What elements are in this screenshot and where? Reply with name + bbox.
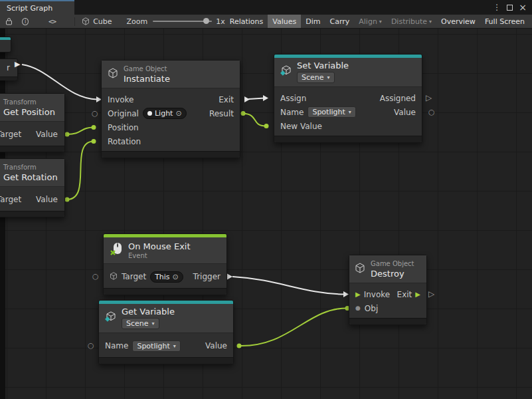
port-target-input-mouse[interactable]: ○	[92, 273, 99, 280]
object-picker-icon[interactable]: ⊙	[175, 110, 181, 117]
tab-title: Script Graph	[7, 4, 52, 13]
node-title: Get Rotation	[3, 173, 58, 182]
node-get-position[interactable]: Transform Get Position Target Value	[0, 93, 65, 152]
graph-toolbar: i <> Cube Zoom 1x Relations Values Dim C…	[0, 15, 532, 29]
light-icon	[147, 111, 152, 116]
zoom-slider[interactable]	[153, 21, 212, 22]
port-label-name[interactable]: Name	[105, 341, 128, 350]
port-label-original[interactable]: Original	[108, 109, 139, 118]
lock-icon[interactable]	[5, 17, 13, 25]
variable-scope-dropdown[interactable]: Scene ▾	[297, 72, 335, 83]
node-title: On Mouse Exit	[128, 242, 191, 251]
node-category: Transform	[3, 99, 55, 106]
zoom-slider-knob[interactable]	[203, 18, 209, 24]
port-label-exit[interactable]: Exit	[397, 290, 412, 299]
cube-icon	[110, 272, 118, 282]
port-label-invoke[interactable]: Invoke	[364, 290, 391, 299]
port-label-new-value[interactable]: New Value	[280, 122, 322, 131]
port-label-invoke[interactable]: Invoke	[108, 95, 134, 104]
port-name-input-getvar[interactable]: ○	[88, 342, 94, 349]
node-instantiate[interactable]: Game Object Instantiate Invoke Exit Orig…	[101, 60, 240, 158]
port-label-target[interactable]: Target	[122, 272, 146, 281]
variable-scope-dropdown[interactable]: Scene ▾	[122, 318, 159, 329]
mouse-icon	[110, 242, 123, 259]
port-label-obj[interactable]: Obj	[365, 304, 378, 313]
node-title: Destroy	[371, 269, 414, 278]
caret-down-icon: ▾	[379, 19, 382, 25]
overview-button[interactable]: Overview	[436, 15, 480, 28]
port-label-exit[interactable]: Exit	[219, 95, 234, 104]
code-icon[interactable]: <>	[48, 17, 56, 26]
flow-out-icon[interactable]: ▶	[415, 291, 420, 298]
carry-button[interactable]: Carry	[325, 15, 354, 28]
port-label-rotation[interactable]: Rotation	[108, 137, 141, 146]
node-category: Game Object	[124, 66, 170, 72]
port-label-target[interactable]: Target	[0, 195, 21, 204]
object-field-value: Light	[155, 109, 173, 118]
caret-down-icon: ▾	[173, 342, 176, 350]
distribute-button[interactable]: Distribute▾	[387, 15, 436, 28]
maximize-icon[interactable]	[507, 5, 513, 11]
values-button[interactable]: Values	[268, 15, 301, 28]
toolbar-separator	[74, 17, 75, 26]
close-icon[interactable]: ×	[519, 3, 527, 12]
port-label-result[interactable]: Result	[209, 109, 234, 118]
port-label-value[interactable]: Value	[36, 130, 58, 139]
dropdown-value: Scene	[126, 319, 149, 328]
dropdown-value: Spotlight	[312, 108, 345, 116]
port-fragment-exit[interactable]: ▶	[15, 61, 20, 68]
relations-button[interactable]: Relations	[225, 15, 268, 28]
object-field-this[interactable]: This ⊙	[150, 271, 183, 283]
port-label-assign[interactable]: Assign	[280, 94, 306, 103]
dim-button[interactable]: Dim	[301, 15, 325, 28]
node-title: Set Variable	[297, 61, 349, 70]
dropdown-value: Scene	[302, 73, 324, 82]
node-title: Get Variable	[122, 307, 175, 316]
node-set-variable[interactable]: Set Variable Scene ▾ Assign Assigned Nam…	[274, 54, 422, 143]
port-dot-icon: ●	[355, 305, 361, 311]
variable-icon	[105, 311, 116, 325]
port-label-position[interactable]: Position	[108, 123, 139, 132]
caret-down-icon: ▾	[349, 108, 351, 116]
carry-arrow-assigned: ▷	[426, 94, 432, 102]
node-get-rotation[interactable]: Transform Get Rotation Target Value	[0, 158, 65, 217]
tab-bar: Script Graph ⋮ ×	[0, 0, 532, 15]
unity-script-graph-window: Script Graph ⋮ × i <> Cube Zoom 1x Relat…	[0, 0, 532, 399]
port-label-value[interactable]: Value	[394, 108, 416, 117]
port-original-input[interactable]: ○	[92, 110, 98, 117]
object-field-light[interactable]: Light ⊙	[143, 108, 187, 119]
node-title: Instantiate	[124, 74, 170, 83]
tab-script-graph[interactable]: Script Graph	[0, 0, 74, 15]
cube-icon	[355, 263, 365, 276]
info-icon[interactable]: i	[22, 18, 29, 25]
graph-target-label[interactable]: Cube	[93, 17, 112, 26]
port-label-assigned[interactable]: Assigned	[380, 94, 416, 103]
port-label-value[interactable]: Value	[205, 341, 227, 350]
port-label-trigger[interactable]: Trigger	[193, 272, 221, 281]
object-picker-icon[interactable]: ⊙	[173, 273, 179, 281]
align-button[interactable]: Align▾	[354, 15, 387, 28]
menu-icon[interactable]: ⋮	[493, 3, 501, 11]
connection-wires	[0, 29, 532, 399]
object-field-value: This	[155, 273, 169, 281]
node-subtitle: Event	[128, 253, 191, 259]
node-category: Game Object	[371, 261, 414, 267]
node-on-mouse-exit[interactable]: On Mouse Exit Event Target This ⊙ Trigge…	[103, 233, 227, 295]
caret-down-icon: ▾	[152, 319, 155, 328]
window-controls: ⋮ ×	[493, 0, 532, 15]
fullscreen-button[interactable]: Full Screen	[480, 15, 529, 28]
node-fragment-top[interactable]	[0, 37, 11, 53]
carry-arrow-destroy: ▷	[428, 290, 434, 298]
port-label-name[interactable]: Name	[280, 108, 304, 117]
graph-canvas[interactable]: r Transform Get Position Target Value	[0, 29, 532, 399]
node-get-variable[interactable]: Get Variable Scene ▾ Name Spotlight ▾ Va…	[98, 300, 234, 364]
port-label-value[interactable]: Value	[36, 195, 58, 204]
fragment-label: r	[7, 63, 10, 72]
variable-name-dropdown[interactable]: Spotlight ▾	[132, 340, 180, 352]
port-value-output-setvar[interactable]: ○	[428, 108, 435, 116]
node-destroy[interactable]: Game Object Destroy ▶ Invoke Exit ▶ ● Ob…	[349, 255, 427, 325]
variable-name-dropdown[interactable]: Spotlight ▾	[308, 106, 355, 118]
flow-in-icon[interactable]: ▶	[355, 291, 361, 298]
port-label-target[interactable]: Target	[0, 130, 21, 139]
cube-icon	[108, 68, 118, 81]
